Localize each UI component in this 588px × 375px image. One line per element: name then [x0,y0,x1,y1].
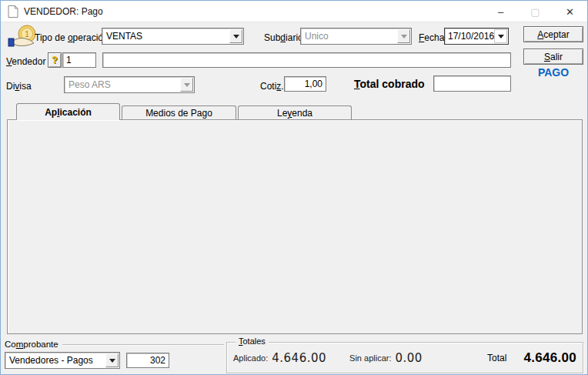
chevron-down-icon[interactable] [229,29,242,43]
sin-aplicar-label: Sin aplicar: [349,353,391,363]
vendedor-help-icon[interactable]: ? [48,52,62,68]
comprobante-select[interactable]: Vendedores - Pagos [5,352,120,369]
minimize-button[interactable]: – [483,1,518,22]
comprobante-number-input[interactable] [126,353,169,368]
cotiz-label: Cotiz. [260,81,284,92]
aceptar-button[interactable]: Aceptar [523,26,583,42]
comprobante-value: Vendedores - Pagos [9,355,93,366]
tab-leyenda[interactable]: Leyenda [238,105,352,120]
document-icon [8,5,18,18]
comprobante-groupline [62,344,224,346]
chevron-down-icon [397,29,410,43]
totales-label: Totales [236,336,269,346]
vendedor-name-input[interactable] [102,52,511,68]
divisa-select: Peso ARS [64,76,195,93]
divisa-value: Peso ARS [68,79,111,90]
app-window: VENDEDOR: Pago – ▢ ✕ 1 Tipo de operación… [0,0,588,375]
subdiario-label: Subdiario [264,32,303,43]
divisa-label: Divisa [6,81,32,92]
aplicado-value: 4.646.00 [272,351,326,365]
close-button[interactable]: ✕ [553,1,587,22]
window-title: VENDEDOR: Pago [24,6,103,17]
chevron-down-icon[interactable] [105,353,119,367]
fecha-datepicker[interactable]: 17/10/2016 [444,28,509,45]
total-label: Total [487,353,506,363]
pago-badge: PAGO [523,66,583,79]
totales-groupbox: Totales Aplicado: 4.646.00 Sin aplicar: … [226,342,583,373]
tipo-operacion-select[interactable]: VENTAS [102,28,244,45]
vendedor-code-input[interactable] [62,52,96,68]
titlebar: VENDEDOR: Pago – ▢ ✕ [1,1,587,22]
subdiario-select: Unico [300,28,412,45]
subdiario-value: Unico [305,31,329,42]
comprobante-label: Comprobante [5,340,58,349]
total-cobrado-input[interactable] [433,75,511,92]
fecha-value: 17/10/2016 [448,31,494,42]
sin-aplicar-value: 0.00 [395,351,422,365]
total-value: 4.646.00 [523,350,576,366]
tab-medios-de-pago[interactable]: Medios de Pago [122,105,236,120]
maximize-button: ▢ [518,1,553,22]
tipo-operacion-value: VENTAS [106,31,142,42]
chevron-down-icon[interactable] [494,29,507,43]
aplicado-label: Aplicado: [233,353,268,363]
chevron-down-icon [180,78,193,92]
vendedor-label: Vendedor [6,56,45,67]
tab-panel [7,119,583,334]
cotiz-input[interactable] [284,76,326,92]
salir-button[interactable]: Salir [523,49,583,65]
total-cobrado-label: Total cobrado [354,78,425,90]
tab-aplicacion[interactable]: Aplicación [16,103,120,120]
fecha-label: Fecha [419,32,444,43]
tipo-operacion-label: Tipo de operación [35,32,109,43]
svg-text:1: 1 [25,30,29,39]
